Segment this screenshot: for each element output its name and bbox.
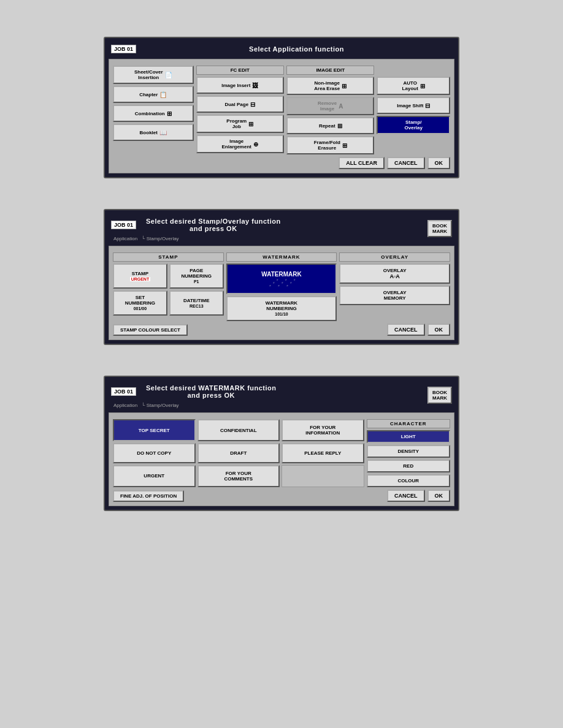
- draft-btn[interactable]: DRAFT: [197, 443, 280, 463]
- image-shift-icon: ⊟: [425, 102, 430, 109]
- date-time-btn[interactable]: DATE/TIMEREC13: [169, 290, 224, 316]
- watermark-header: WATERMARK: [226, 252, 337, 262]
- watermark-decoration: ⋰⋰⋰: [261, 278, 301, 287]
- watermark-btn-content: WATERMARK ⋰⋰⋰: [261, 271, 301, 287]
- top-secret-text: TOP SECRET: [139, 428, 170, 433]
- remove-image-icon: A: [339, 103, 343, 110]
- frame-fold-erasure-btn[interactable]: Frame/FoldErasure ⊞: [286, 136, 374, 154]
- job-badge-2: JOB 01: [111, 221, 136, 229]
- do-not-copy-text: DO NOT COPY: [137, 450, 171, 456]
- stamp-section: STAMP STAMPURGENT PAGENUMBERINGP1 SETNUM…: [113, 252, 224, 321]
- overlay-memory-btn[interactable]: OVERLAYMEMORY: [339, 286, 450, 305]
- repeat-icon: ⊞: [337, 123, 342, 129]
- screen2-grid: STAMP STAMPURGENT PAGENUMBERINGP1 SETNUM…: [113, 252, 450, 321]
- dual-page-text: Dual Page: [224, 102, 248, 107]
- overlay-text: OVERLAYA▫A: [383, 268, 407, 279]
- combination-btn[interactable]: Combination ⊞: [113, 105, 194, 122]
- screen2-content: STAMP STAMPURGENT PAGENUMBERINGP1 SETNUM…: [109, 246, 454, 340]
- non-image-icon: ⊞: [342, 83, 347, 89]
- overlay-btn[interactable]: OVERLAYA▫A: [339, 264, 450, 284]
- program-job-btn[interactable]: ProgramJob ⊞: [196, 115, 284, 133]
- image-shift-text: Image Shift: [397, 103, 423, 108]
- stamp-btn[interactable]: STAMPURGENT: [113, 264, 167, 289]
- urgent-btn[interactable]: URGENT: [113, 465, 196, 487]
- bookmark-button-2[interactable]: BOOKMARK: [427, 220, 452, 237]
- all-clear-button[interactable]: ALL CLEAR: [339, 157, 385, 169]
- bookmark-button-3[interactable]: BOOKMARK: [427, 387, 452, 404]
- image-insert-icon: 🖼: [252, 82, 258, 89]
- screen3-breadcrumb: Application └ Stamp/Overlay: [111, 402, 427, 409]
- remove-image-btn[interactable]: RemoveImage A: [286, 97, 374, 115]
- repeat-text: Repeat: [319, 123, 335, 129]
- set-numbering-btn[interactable]: SETNUMBERING001/00: [113, 290, 167, 316]
- stamp-btn-text: STAMPURGENT: [130, 271, 151, 282]
- screen2-footer-right: CANCEL OK: [387, 324, 450, 336]
- non-image-text: Non-imageArea Erase: [314, 80, 340, 91]
- screen2-title-row: JOB 01 Select desired Stamp/Overlay func…: [111, 215, 427, 235]
- fine-adj-position-button[interactable]: FINE ADJ. OF POSITION: [113, 490, 184, 502]
- job-badge-3: JOB 01: [111, 387, 136, 396]
- screen3-main: TOP SECRET CONFIDENTIAL FOR YOURINFORMAT…: [113, 419, 450, 487]
- watermark-numbering-btn[interactable]: WATERMARKNUMBERING101/10: [226, 296, 337, 321]
- frame-fold-text: Frame/FoldErasure: [314, 140, 340, 151]
- screen1-col-right1: IMAGE EDIT Non-imageArea Erase ⊞ RemoveI…: [286, 66, 374, 154]
- image-insert-btn[interactable]: Image Insert 🖼: [196, 77, 284, 94]
- ok-button-2[interactable]: OK: [427, 324, 451, 336]
- dual-page-btn[interactable]: Dual Page ⊟: [196, 96, 284, 113]
- screen2-breadcrumb: Application └ Stamp/Overlay: [111, 235, 427, 242]
- do-not-copy-btn[interactable]: DO NOT COPY: [113, 443, 196, 463]
- screen1-content: Sheet/CoverInsertion 📄 Chapter 📋 Combina…: [109, 59, 454, 173]
- image-shift-btn[interactable]: Image Shift ⊟: [377, 97, 450, 114]
- sheet-cover-text: Sheet/CoverInsertion: [134, 69, 163, 80]
- page-numbering-btn[interactable]: PAGENUMBERINGP1: [169, 264, 224, 289]
- stamp-buttons-grid: STAMPURGENT PAGENUMBERINGP1 SETNUMBERING…: [113, 264, 224, 316]
- light-btn[interactable]: LIGHT: [367, 430, 451, 443]
- program-job-text: ProgramJob: [226, 118, 247, 129]
- watermark-options-grid: TOP SECRET CONFIDENTIAL FOR YOURINFORMAT…: [113, 419, 364, 487]
- set-numbering-text: SETNUMBERING001/00: [125, 295, 155, 311]
- repeat-btn[interactable]: Repeat ⊞: [286, 117, 374, 134]
- cancel-button-2[interactable]: CANCEL: [387, 324, 425, 336]
- cancel-button-3[interactable]: CANCEL: [387, 490, 425, 502]
- overlay-header: OVERLAY: [339, 252, 450, 262]
- ok-button-1[interactable]: OK: [427, 157, 451, 169]
- chapter-icon: 📋: [159, 91, 167, 98]
- for-your-comments-btn[interactable]: FOR YOURCOMMENTS: [197, 465, 280, 487]
- ok-button-3[interactable]: OK: [427, 490, 451, 502]
- for-your-comments-text: FOR YOURCOMMENTS: [224, 471, 253, 482]
- image-enlargement-text: ImageEnlargement: [222, 138, 251, 150]
- sheet-cover-insertion-btn[interactable]: Sheet/CoverInsertion 📄: [113, 66, 194, 84]
- stamp-header: STAMP: [113, 252, 224, 262]
- auto-layout-btn[interactable]: AUTOLayout ⊞: [377, 77, 450, 95]
- fc-edit-header: FC EDIT: [196, 66, 284, 75]
- date-time-text: DATE/TIMEREC13: [183, 298, 210, 309]
- stamp-colour-select-button[interactable]: STAMP COLOUR SELECT: [113, 324, 188, 336]
- screen2-title-left: JOB 01 Select desired Stamp/Overlay func…: [111, 215, 427, 242]
- booklet-btn[interactable]: Booklet 📖: [113, 124, 194, 141]
- combination-text: Combination: [135, 111, 165, 116]
- draft-text: DRAFT: [230, 450, 247, 456]
- please-reply-text: PLEASE REPLY: [304, 450, 341, 456]
- confidential-btn[interactable]: CONFIDENTIAL: [197, 419, 280, 441]
- cancel-button-1[interactable]: CANCEL: [387, 157, 425, 169]
- stamp-overlay-btn[interactable]: Stamp/Overlay: [377, 116, 450, 134]
- image-enlargement-btn[interactable]: ImageEnlargement ⊕: [196, 135, 284, 153]
- density-btn[interactable]: DENSITY: [367, 445, 451, 458]
- auto-layout-icon: ⊞: [420, 83, 425, 89]
- density-text: DENSITY: [397, 449, 419, 454]
- screen3-title-text: Select desired WATERMARK function and pr…: [145, 382, 277, 401]
- watermark-btn[interactable]: WATERMARK ⋰⋰⋰: [226, 264, 337, 294]
- red-btn[interactable]: RED: [367, 460, 451, 472]
- screen2-title-bar: JOB 01 Select desired Stamp/Overlay func…: [109, 214, 454, 243]
- character-header: CHARACTER: [367, 419, 451, 428]
- screen3-footer-right: CANCEL OK: [387, 490, 450, 502]
- please-reply-btn[interactable]: PLEASE REPLY: [282, 443, 364, 463]
- non-image-area-erase-btn[interactable]: Non-imageArea Erase ⊞: [286, 77, 374, 95]
- watermark-section: WATERMARK WATERMARK ⋰⋰⋰ WATERMARKNUMBERI…: [226, 252, 337, 321]
- for-your-information-btn[interactable]: FOR YOURINFORMATION: [282, 419, 364, 441]
- screen1-col-right2: - AUTOLayout ⊞ Image Shift ⊟ Stamp/Overl…: [377, 66, 450, 154]
- chapter-btn[interactable]: Chapter 📋: [113, 86, 194, 103]
- top-secret-btn[interactable]: TOP SECRET: [113, 419, 196, 441]
- colour-btn[interactable]: COLOUR: [367, 474, 451, 487]
- colour-text: COLOUR: [397, 478, 419, 483]
